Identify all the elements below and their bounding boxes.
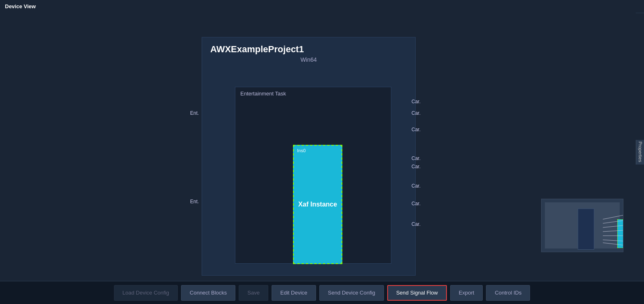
save-button[interactable]: Save <box>239 285 268 301</box>
xaf-block-label: Xaf Instance <box>298 201 337 208</box>
output-port-label-7: Car. <box>412 201 421 207</box>
minimap-viewport <box>545 202 620 248</box>
properties-label: Properties <box>638 142 643 162</box>
output-port-label-4: Car. <box>412 155 421 161</box>
send-device-config-button[interactable]: Send Device Config <box>319 285 384 301</box>
svg-line-45 <box>603 230 623 232</box>
svg-line-47 <box>603 240 623 241</box>
output-port-label-5: Car. <box>412 164 421 169</box>
connect-blocks-button[interactable]: Connect Blocks <box>181 285 235 301</box>
edit-device-button[interactable]: Edit Device <box>272 285 316 301</box>
properties-tab[interactable]: Properties <box>636 140 644 165</box>
load-device-config-button[interactable]: Load Device Config <box>114 285 178 301</box>
svg-line-43 <box>603 220 623 223</box>
project-platform: Win64 <box>202 56 415 67</box>
app-header: Device View <box>0 0 644 13</box>
output-port-label-1: Car. <box>412 99 421 104</box>
minimap-inner <box>542 199 623 252</box>
xaf-instance-block[interactable]: Ins0 Xaf Instance <box>293 145 342 264</box>
minimap <box>541 199 623 252</box>
input-port-label-1: Ent. <box>190 110 199 116</box>
output-port-label-8: Car. <box>412 221 421 227</box>
main-canvas: AWXExampleProject1 Win64 Entertainment T… <box>0 12 636 281</box>
entertainment-task: Entertainment Task Ins0 Xaf Instance <box>235 87 391 264</box>
svg-line-44 <box>603 225 623 227</box>
output-port-label-3: Car. <box>412 127 421 132</box>
control-ids-button[interactable]: Control IDs <box>486 285 530 301</box>
instance-id-label: Ins0 <box>297 148 306 153</box>
project-name: AWXExampleProject1 <box>202 37 415 56</box>
page-title: Device View <box>5 3 36 9</box>
output-port-label-6: Car. <box>412 183 421 189</box>
project-block: AWXExampleProject1 Win64 Entertainment T… <box>202 37 416 276</box>
svg-line-48 <box>603 243 623 245</box>
bottom-toolbar: Load Device Config Connect Blocks Save E… <box>0 281 644 304</box>
export-button[interactable]: Export <box>450 285 483 301</box>
output-port-label-2: Car. <box>412 110 421 116</box>
minimap-project-block <box>578 209 594 250</box>
svg-line-42 <box>603 215 623 219</box>
task-label: Entertainment Task <box>235 87 391 100</box>
minimap-connections <box>578 209 623 250</box>
send-signal-flow-button[interactable]: Send Signal Flow <box>387 285 447 301</box>
input-port-label-2: Ent. <box>190 199 199 204</box>
